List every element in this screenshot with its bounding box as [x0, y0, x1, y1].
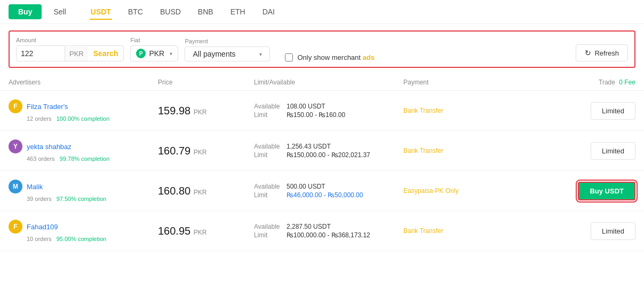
- price-cell: 160.80 PKR: [158, 185, 254, 197]
- payment-cell: Bank Transfer: [403, 227, 510, 235]
- refresh-button[interactable]: ↻ Refresh: [576, 44, 628, 61]
- table-row: Y yekta shahbaz 463 orders 99.78% comple…: [0, 131, 644, 171]
- amount-input[interactable]: [17, 46, 65, 61]
- limit-label: Limit: [254, 191, 283, 199]
- tab-usdt[interactable]: USDT: [82, 4, 120, 19]
- refresh-icon: ↻: [585, 49, 591, 57]
- advertiser-name-row: Y yekta shahbaz: [9, 139, 158, 153]
- available-label: Available: [254, 103, 283, 110]
- limit-value: ₨100,000.00 - ₨368,173.12: [287, 231, 370, 239]
- col-price: Price: [158, 79, 254, 86]
- advertiser-name-row: F Fahad109: [9, 220, 158, 234]
- advertiser-stats: 463 orders 99.78% completion: [9, 156, 158, 162]
- advertiser-name[interactable]: yekta shahbaz: [27, 143, 71, 151]
- limit-value: ₨46,000.00 - ₨50,000.00: [287, 191, 363, 199]
- amount-input-wrap: PKR Search: [16, 45, 124, 61]
- price-currency: PKR: [194, 229, 207, 236]
- limit-cell: Available 500.00 USDT Limit ₨46,000.00 -…: [254, 183, 403, 199]
- table-row: F Fahad109 10 orders 95.00% completion 1…: [0, 211, 644, 251]
- fee-badge: 0 Fee: [619, 79, 635, 86]
- fiat-select[interactable]: P PKR ▾: [130, 45, 178, 61]
- col-limit: Limit/Available: [254, 79, 403, 86]
- available-label: Available: [254, 183, 283, 190]
- available-value: 108.00 USDT: [287, 103, 325, 110]
- limit-label: Limit: [254, 111, 283, 119]
- buy-usdt-button[interactable]: Buy USDT: [578, 182, 635, 200]
- price-cell: 160.95 PKR: [158, 225, 254, 237]
- advertiser-name[interactable]: Fahad109: [27, 223, 58, 231]
- advertiser-name-row: M Malik: [9, 180, 158, 193]
- merchant-ads-link[interactable]: ads: [363, 53, 375, 61]
- amount-currency-label: PKR: [65, 46, 88, 61]
- table-row: M Malik 39 orders 97.50% completion 160.…: [0, 171, 644, 211]
- trade-cell: Limited: [510, 142, 635, 160]
- merchant-checkbox-group: Only show merchant ads: [285, 53, 375, 61]
- avatar: Y: [9, 139, 22, 153]
- fiat-label: Fiat: [130, 37, 178, 43]
- available-value: 500.00 USDT: [287, 183, 325, 190]
- limit-label: Limit: [254, 151, 283, 159]
- advertiser-info: M Malik 39 orders 97.50% completion: [9, 180, 158, 202]
- available-value: 1,256.43 USDT: [287, 143, 331, 150]
- tab-busd[interactable]: BUSD: [152, 4, 189, 19]
- avatar: F: [9, 220, 22, 234]
- tab-bnb[interactable]: BNB: [189, 4, 222, 19]
- amount-group: Amount PKR Search: [16, 37, 124, 61]
- price-cell: 159.98 PKR: [158, 105, 254, 117]
- fiat-chevron-icon: ▾: [170, 51, 172, 57]
- limit-value: ₨150.00 - ₨160.00: [287, 111, 345, 119]
- available-value: 2,287.50 USDT: [287, 223, 331, 230]
- tab-btc[interactable]: BTC: [120, 4, 152, 19]
- payment-value-label: All payments: [193, 50, 235, 58]
- price-currency: PKR: [194, 108, 207, 116]
- fiat-group: Fiat P PKR ▾: [130, 37, 178, 61]
- limit-cell: Available 108.00 USDT Limit ₨150.00 - ₨1…: [254, 103, 403, 119]
- refresh-label: Refresh: [594, 49, 619, 57]
- trade-cell: Limited: [510, 102, 635, 120]
- fiat-currency-label: PKR: [149, 49, 164, 58]
- limited-button[interactable]: Limited: [591, 222, 635, 240]
- trade-cell: Limited: [510, 222, 635, 240]
- advertiser-info: F Filza Trader's 12 orders 100.00% compl…: [9, 99, 158, 122]
- payment-cell: Easypaisa-PK Only: [403, 187, 510, 195]
- payment-select[interactable]: All payments ▾: [185, 46, 270, 61]
- filter-bar: Amount PKR Search Fiat P PKR ▾ Payment A…: [9, 30, 635, 68]
- tab-eth[interactable]: ETH: [222, 4, 254, 19]
- price-currency: PKR: [194, 189, 207, 196]
- amount-label: Amount: [16, 37, 124, 43]
- search-button[interactable]: Search: [88, 46, 124, 61]
- limit-label: Limit: [254, 231, 283, 239]
- currency-tabs: USDT BTC BUSD BNB ETH DAI: [82, 4, 283, 19]
- payment-group: Payment All payments ▾: [185, 38, 270, 61]
- advertiser-stats: 12 orders 100.00% completion: [9, 115, 158, 122]
- advertiser-rows: F Filza Trader's 12 orders 100.00% compl…: [0, 91, 644, 251]
- limited-button[interactable]: Limited: [591, 142, 635, 160]
- price-currency: PKR: [194, 149, 207, 156]
- available-label: Available: [254, 223, 283, 230]
- col-trade: Trade 0 Fee: [510, 79, 635, 86]
- tab-dai[interactable]: DAI: [254, 4, 283, 19]
- advertiser-info: Y yekta shahbaz 463 orders 99.78% comple…: [9, 139, 158, 162]
- fiat-dot: P: [136, 49, 146, 58]
- merchant-checkbox[interactable]: [285, 53, 293, 61]
- payment-cell: Bank Transfer: [403, 147, 510, 154]
- available-label: Available: [254, 143, 283, 150]
- advertiser-info: F Fahad109 10 orders 95.00% completion: [9, 220, 158, 242]
- limit-cell: Available 2,287.50 USDT Limit ₨100,000.0…: [254, 223, 403, 239]
- avatar: F: [9, 99, 22, 113]
- price-cell: 160.79 PKR: [158, 145, 254, 157]
- merchant-text: Only show merchant ads: [297, 53, 375, 61]
- col-advertisers: Advertisers: [9, 79, 158, 86]
- trade-cell: Buy USDT: [510, 182, 635, 200]
- payment-label: Payment: [185, 38, 270, 44]
- advertiser-name[interactable]: Filza Trader's: [27, 103, 68, 111]
- limited-button[interactable]: Limited: [591, 102, 635, 120]
- sell-tab[interactable]: Sell: [44, 4, 75, 19]
- advertiser-name[interactable]: Malik: [27, 183, 43, 191]
- avatar: M: [9, 180, 22, 193]
- advertiser-name-row: F Filza Trader's: [9, 99, 158, 113]
- limit-cell: Available 1,256.43 USDT Limit ₨150,000.0…: [254, 143, 403, 159]
- col-payment: Payment: [403, 79, 510, 86]
- buy-tab[interactable]: Buy: [9, 4, 42, 19]
- payment-chevron-icon: ▾: [259, 51, 262, 57]
